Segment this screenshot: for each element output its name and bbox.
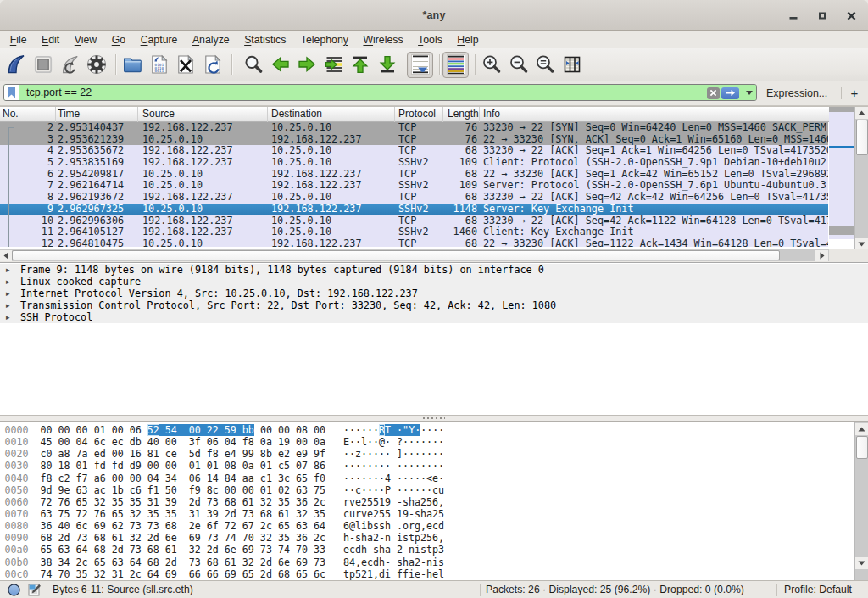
auto-scroll-button[interactable] [407,52,433,78]
close-file-icon[interactable] [175,54,196,75]
scroll-down-icon[interactable] [855,557,868,569]
detail-row-3[interactable]: ▸Transmission Control Protocol, Src Port… [0,299,868,311]
packet-row-4[interactable]: 4 2.953635672 192.168.122.237 10.25.0.10… [0,145,828,157]
expand-arrow-icon[interactable]: ▸ [6,276,16,288]
hex-row-00b0[interactable]: 00b0 38 34 2c 65 63 64 68 2d 73 68 61 32… [0,556,868,568]
reload-file-icon[interactable] [203,54,223,75]
filter-bookmark-icon[interactable] [4,85,19,100]
scroll-up-icon[interactable] [855,423,868,435]
hex-row-0090[interactable]: 0090 68 2d 73 68 61 32 2d 6e 69 73 74 70… [0,532,868,544]
menu-tools[interactable]: Tools [410,32,449,48]
packet-row-2[interactable]: 2 2.953140437 192.168.122.237 10.25.0.10… [0,122,828,134]
expand-arrow-icon[interactable]: ▸ [6,288,16,299]
expert-info-icon[interactable] [8,584,20,598]
hex-row-00c0[interactable]: 00c0 74 70 35 32 31 2c 64 69 66 66 69 65… [0,568,868,580]
column-header-length[interactable]: Length [443,107,480,122]
packet-row-12[interactable]: 12 2.964810475 10.25.0.10 192.168.122.23… [0,238,828,247]
add-filter-button[interactable]: + [847,81,862,105]
packet-row-9[interactable]: 9 2.962967325 10.25.0.10 192.168.122.237… [0,204,828,215]
filter-dropdown-icon[interactable] [742,85,756,100]
resize-columns-icon[interactable] [562,54,582,75]
go-first-icon[interactable] [350,54,370,75]
expression-button[interactable]: Expression... [766,81,827,105]
hex-row-0070[interactable]: 0070 63 75 72 76 65 32 35 35 31 39 2d 73… [0,508,868,520]
packet-row-5[interactable]: 5 2.953835169 192.168.122.237 10.25.0.10… [0,157,828,169]
zoom-reset-icon[interactable] [535,54,555,75]
vscroll-thumb[interactable] [856,120,868,155]
stop-capture-icon[interactable] [33,54,53,75]
detail-row-4[interactable]: ▸SSH Protocol [0,311,868,323]
go-last-icon[interactable] [377,54,398,75]
detail-row-2[interactable]: ▸Internet Protocol Version 4, Src: 10.25… [0,288,868,299]
packet-row-8[interactable]: 8 2.962193672 192.168.122.237 10.25.0.10… [0,192,828,204]
zoom-out-icon[interactable] [509,54,529,75]
menu-wireless[interactable]: Wireless [356,32,411,48]
maximize-icon[interactable] [815,8,829,22]
hex-row-0010[interactable]: 0010 45 00 04 6c ec db 40 00 3f 06 04 f8… [0,436,868,448]
hex-vscroll-thumb[interactable] [856,436,868,459]
expand-arrow-icon[interactable]: ▸ [6,264,16,276]
filter-text[interactable]: tcp.port == 22 [19,85,707,100]
go-to-packet-icon[interactable] [324,54,344,75]
scroll-left-icon[interactable] [0,250,12,261]
detail-row-0[interactable]: ▸Frame 9: 1148 bytes on wire (9184 bits)… [0,264,868,276]
hex-row-0080[interactable]: 0080 36 40 6c 69 62 73 73 68 2e 6f 72 67… [0,520,868,532]
hex-row-0040[interactable]: 0040 f8 c2 f7 a6 00 00 04 34 06 14 84 aa… [0,472,868,484]
hscroll-thumb[interactable] [12,250,780,260]
splitter-handle[interactable] [423,417,445,419]
scroll-up-icon[interactable] [855,107,868,119]
packet-list-vscrollbar[interactable] [854,107,868,250]
column-header-time[interactable]: Time [56,107,138,122]
scroll-right-icon[interactable] [815,250,828,261]
go-forward-icon[interactable] [297,54,317,75]
filter-apply-icon[interactable] [721,87,739,99]
menu-edit[interactable]: Edit [34,32,67,48]
hex-row-0020[interactable]: 0020 c0 a8 7a ed 00 16 81 ce 5d f8 e4 99… [0,448,868,460]
capture-options-icon[interactable] [86,54,107,75]
hex-vscrollbar[interactable] [854,422,868,580]
packet-row-6[interactable]: 6 2.954209817 10.25.0.10 192.168.122.237… [0,169,828,181]
hex-row-00a0[interactable]: 00a0 65 63 64 68 2d 73 68 61 32 2d 6e 69… [0,544,868,556]
hex-row-0000[interactable]: 0000 00 00 00 01 00 06 52 54 00 22 59 bb… [0,424,868,436]
restart-capture-icon[interactable] [59,54,80,75]
expand-arrow-icon[interactable]: ▸ [6,311,16,323]
display-filter-input[interactable]: tcp.port == 22 [3,84,757,101]
packet-row-7[interactable]: 7 2.962164714 10.25.0.10 192.168.122.237… [0,180,828,192]
go-back-icon[interactable] [270,54,291,75]
column-header-protocol[interactable]: Protocol [395,107,443,122]
packet-list-hscrollbar[interactable] [0,249,829,261]
menu-capture[interactable]: Capture [133,32,185,48]
hex-row-0030[interactable]: 0030 80 18 01 fd fd d9 00 00 01 01 08 0a… [0,460,868,472]
minimize-icon[interactable] [787,8,800,22]
start-capture-icon[interactable] [6,54,26,75]
column-header-source[interactable]: Source [138,107,268,122]
expand-arrow-icon[interactable]: ▸ [6,299,16,311]
find-packet-icon[interactable] [243,54,264,75]
zoom-in-icon[interactable] [481,54,502,75]
menu-analyze[interactable]: Analyze [185,32,236,48]
column-header-info[interactable]: Info [480,107,829,122]
menu-view[interactable]: View [67,32,104,48]
hex-row-0050[interactable]: 0050 9d 9e 63 ac 1b c6 f1 50 f9 8c 00 00… [0,484,868,496]
hex-row-0060[interactable]: 0060 72 76 65 32 35 35 31 39 2d 73 68 61… [0,496,868,508]
packet-row-11[interactable]: 11 2.964105127 192.168.122.237 10.25.0.1… [0,226,828,238]
menu-statistics[interactable]: Statistics [236,32,293,48]
capture-comment-icon[interactable] [28,584,41,598]
detail-row-1[interactable]: ▸Linux cooked capture [0,276,868,288]
packet-list-minimap[interactable] [829,107,854,248]
menu-help[interactable]: Help [450,32,487,48]
pane-splitter[interactable] [0,415,868,422]
menu-go[interactable]: Go [104,32,133,48]
close-icon[interactable] [844,8,858,22]
save-file-icon[interactable]: 0101 0110 0011 [149,54,170,75]
open-file-icon[interactable] [122,54,142,75]
menu-telephony[interactable]: Telephony [293,32,356,48]
menu-file[interactable]: File [3,32,34,48]
packet-row-3[interactable]: 3 2.953621239 10.25.0.10 192.168.122.237… [0,134,828,146]
packet-row-10[interactable]: 10 2.962996306 192.168.122.237 10.25.0.1… [0,215,828,227]
column-header-destination[interactable]: Destination [268,107,395,122]
status-profile[interactable]: Profile: Default [784,581,852,598]
colorize-button[interactable] [442,52,469,78]
filter-clear-icon[interactable] [707,87,720,99]
column-header-no[interactable]: No. [0,107,56,122]
